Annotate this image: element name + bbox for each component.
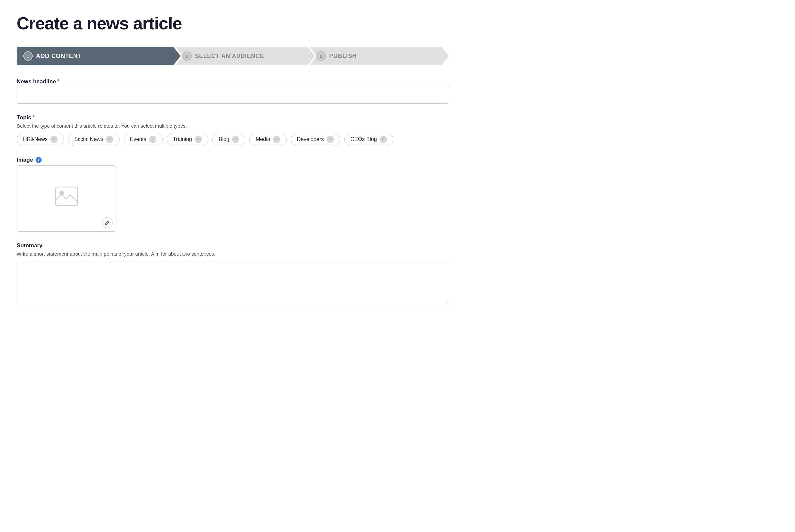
topic-pill-label-social-news: Social News bbox=[74, 136, 104, 142]
topic-pill-social-news[interactable]: Social News ✓ bbox=[68, 133, 120, 146]
topic-pill-check-social-news: ✓ bbox=[106, 136, 113, 143]
topic-pill-check-hr-news: ✓ bbox=[50, 136, 58, 143]
topic-section: Topic* Select the type of content this a… bbox=[17, 114, 449, 146]
page-title: Create a news article bbox=[17, 13, 449, 33]
topic-description: Select the type of content this article … bbox=[17, 123, 449, 129]
topic-pill-check-training: ✓ bbox=[195, 136, 202, 143]
topic-pill-label-events: Events bbox=[130, 136, 146, 142]
topic-pill-check-ceos-blog: ✓ bbox=[380, 136, 387, 143]
topic-pill-label-media: Media bbox=[256, 136, 271, 142]
topic-pill-check-blog: ✓ bbox=[232, 136, 239, 143]
topic-pill-events[interactable]: Events ✓ bbox=[124, 133, 163, 146]
step-select-audience[interactable]: 2 SELECT AN AUDIENCE bbox=[175, 46, 315, 65]
step-number-1: 1 bbox=[23, 51, 33, 60]
image-edit-button[interactable] bbox=[102, 217, 113, 228]
headline-input[interactable] bbox=[17, 87, 449, 104]
summary-description: Write a short statement about the main p… bbox=[17, 251, 449, 257]
summary-label: Summary bbox=[17, 242, 449, 249]
step-label-1: ADD CONTENT bbox=[36, 53, 81, 59]
topic-pill-label-hr-news: HR&News bbox=[23, 136, 48, 142]
summary-textarea[interactable] bbox=[17, 261, 449, 304]
image-label: Image i bbox=[17, 157, 449, 163]
image-info-icon[interactable]: i bbox=[36, 157, 41, 163]
topic-pill-check-media: ✓ bbox=[273, 136, 280, 143]
image-section: Image i bbox=[17, 157, 449, 232]
topic-pill-blog[interactable]: Blog ✓ bbox=[212, 133, 245, 146]
step-number-2: 2 bbox=[182, 51, 191, 60]
topic-pill-media[interactable]: Media ✓ bbox=[249, 133, 287, 146]
step-label-3: PUBLISH bbox=[329, 53, 356, 59]
topic-pill-label-developers: Developers bbox=[297, 136, 324, 142]
headline-section: News headline* bbox=[17, 78, 449, 104]
topic-pill-label-blog: Blog bbox=[219, 136, 229, 142]
topic-pill-check-events: ✓ bbox=[149, 136, 156, 143]
step-publish[interactable]: 3 PUBLISH bbox=[310, 46, 449, 65]
topic-pill-ceos-blog[interactable]: CEOs Blog ✓ bbox=[344, 133, 393, 146]
step-number-3: 3 bbox=[316, 51, 326, 60]
topic-required-star: * bbox=[33, 114, 35, 121]
step-label-2: SELECT AN AUDIENCE bbox=[195, 53, 264, 59]
topic-pill-label-training: Training bbox=[173, 136, 192, 142]
step-add-content[interactable]: 1 ADD CONTENT bbox=[17, 46, 181, 65]
topic-pill-label-ceos-blog: CEOs Blog bbox=[351, 136, 377, 142]
topic-pill-developers[interactable]: Developers ✓ bbox=[291, 133, 340, 146]
topic-pill-training[interactable]: Training ✓ bbox=[167, 133, 208, 146]
topic-pill-hr-news[interactable]: HR&News ✓ bbox=[17, 133, 64, 146]
stepper: 1 ADD CONTENT 2 SELECT AN AUDIENCE 3 PUB… bbox=[17, 46, 449, 65]
summary-section: Summary Write a short statement about th… bbox=[17, 242, 449, 305]
image-placeholder-icon bbox=[55, 186, 78, 211]
headline-label: News headline* bbox=[17, 78, 449, 85]
headline-required-star: * bbox=[57, 78, 59, 85]
svg-rect-0 bbox=[56, 187, 77, 206]
topic-pill-check-developers: ✓ bbox=[327, 136, 334, 143]
topic-label: Topic* bbox=[17, 114, 449, 121]
topic-pills-container: HR&News ✓ Social News ✓ Events ✓ Trainin… bbox=[17, 133, 449, 146]
image-upload-box[interactable] bbox=[17, 165, 116, 232]
